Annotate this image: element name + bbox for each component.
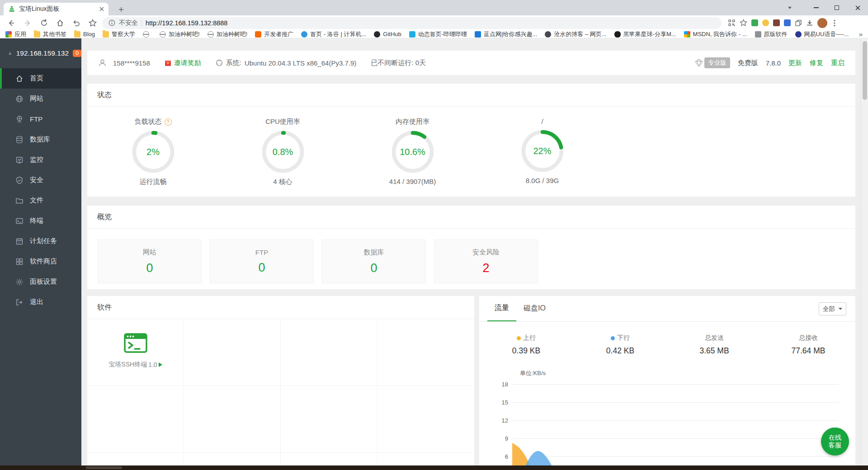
info-icon[interactable] (108, 19, 115, 26)
tab-close-icon[interactable] (99, 7, 104, 11)
software-item-ssh-terminal[interactable]: 宝塔SSH终端 1.0 (87, 319, 184, 386)
help-icon[interactable]: ? (165, 118, 172, 126)
bookmark-apps[interactable]: 应用 (5, 30, 26, 38)
bookmark-dev-promo[interactable]: 开发者推广 (255, 30, 293, 38)
update-link[interactable]: 更新 (788, 59, 802, 67)
home-icon (15, 75, 24, 83)
url-field[interactable]: 不安全 http://192.168.159.132:8888 (102, 17, 722, 29)
back-button[interactable] (5, 16, 18, 30)
user-phone[interactable]: 158****9158 (113, 59, 150, 67)
home-button[interactable] (53, 16, 67, 30)
tab-traffic[interactable]: 流量 (487, 296, 516, 321)
bookmark-uu[interactable]: 网易UU语音----... (795, 30, 849, 38)
browser-tab[interactable]: 宝塔Linux面板 (4, 3, 108, 15)
overview-card-security-risk[interactable]: 安全风险 2 (434, 240, 538, 283)
gauge-label: 内存使用率 (396, 118, 429, 126)
downstream-dot-icon (611, 336, 615, 340)
sidebar-item-settings[interactable]: 面板设置 (0, 272, 81, 292)
bookmark-luogu[interactable]: 首页 - 洛谷 | 计算机... (301, 30, 366, 38)
bookmark-tree2[interactable]: 加油种树吧! (208, 30, 248, 38)
play-icon (159, 362, 162, 367)
undo-extension-icon[interactable] (70, 16, 83, 30)
bookmark-other[interactable]: 其他书签 (34, 30, 66, 38)
sidebar-item-ftp[interactable]: FTP (0, 109, 81, 129)
panel-version: 7.8.0 (766, 59, 781, 67)
bookmark-blog[interactable]: Blog (74, 31, 95, 38)
tab-list-caret[interactable] (779, 0, 800, 15)
reload-button[interactable] (37, 16, 51, 30)
logout-icon (15, 298, 24, 306)
sidebar-server-header[interactable]: 192.168.159.132 0 (0, 38, 81, 68)
gauge-value: 0.8% (261, 130, 305, 174)
sidebar-item-security[interactable]: 安全 (0, 170, 81, 190)
profile-avatar[interactable] (817, 18, 827, 28)
new-tab-button[interactable] (116, 4, 127, 15)
tab-capture-icon[interactable] (795, 19, 802, 27)
bookmark-cangshui[interactable]: 沧水的博客 – 网页... (545, 30, 606, 38)
invite-reward-link[interactable]: 邀请奖励 (174, 59, 201, 67)
horizontal-scroll-thumb[interactable] (86, 466, 122, 469)
status-section: 状态 负载状态? 2% 运行流畅 CPU使用率 0.8% 4 核心 内存使用率 (87, 84, 855, 197)
scrollbar-thumb[interactable] (863, 41, 867, 100)
globe-icon (143, 31, 149, 38)
bookmark-tree1[interactable]: 加油种树吧! (160, 30, 200, 38)
sidebar-item-logout[interactable]: 退出 (0, 292, 81, 312)
bookmark-landian[interactable]: 蓝点网|给你感兴趣... (475, 30, 537, 38)
apple-icon (614, 31, 621, 38)
software-empty-cell (87, 453, 184, 465)
taskbar-edge (0, 465, 868, 470)
restart-link[interactable]: 重启 (831, 59, 844, 67)
forward-button[interactable] (21, 16, 34, 30)
overview-card-ftp[interactable]: FTP 0 (210, 240, 314, 283)
sidebar-item-database[interactable]: 数据库 (0, 129, 81, 150)
bookmark-software[interactable]: 原版软件 (755, 30, 788, 38)
sidebar-item-terminal[interactable]: 终端 (0, 211, 81, 231)
software-empty-cell (377, 319, 474, 386)
yellow-extension-icon[interactable] (762, 19, 769, 26)
monitor-icon (15, 156, 24, 164)
sidebar-item-cron[interactable]: 计划任务 (0, 231, 81, 251)
bookmark-bilibili[interactable]: 动态首页-哔哩哔哩 (409, 30, 467, 38)
tab-disk-io[interactable]: 磁盘IO (516, 296, 553, 321)
star-extension-icon[interactable] (740, 19, 747, 27)
bookmark-github[interactable]: GitHub (374, 31, 401, 38)
browser-tab-strip: 宝塔Linux面板 (0, 0, 868, 15)
gauge-sub: 4 核心 (273, 178, 292, 186)
window-close-button[interactable] (847, 0, 868, 15)
download-icon[interactable] (806, 19, 813, 27)
software-empty-cell (377, 453, 474, 465)
sidebar-item-website[interactable]: 网站 (0, 89, 81, 109)
online-support-button[interactable]: 在线客服 (821, 428, 849, 456)
chevron-down-icon (839, 308, 842, 310)
bookmark-unnamed[interactable] (143, 31, 152, 38)
blue-grid-extension-icon[interactable] (784, 19, 791, 26)
sidebar-item-appstore[interactable]: 软件商店 (0, 251, 81, 272)
window-minimize-button[interactable] (806, 0, 826, 15)
bookmark-star-button[interactable] (86, 16, 99, 30)
sidebar-item-home[interactable]: 首页 (0, 68, 81, 89)
status-title: 状态 (87, 84, 855, 107)
qr-extension-icon[interactable] (728, 19, 736, 27)
os-icon (216, 59, 223, 66)
sidebar-item-files[interactable]: 文件 (0, 190, 81, 211)
network-filter-select[interactable]: 全部 (819, 302, 846, 315)
pro-version-badge[interactable]: 专业版 (704, 57, 730, 68)
overview-card-database[interactable]: 数据库 0 (322, 240, 426, 283)
bookmark-hackintosh[interactable]: 黑苹果星球-分享M... (614, 30, 676, 38)
bookmark-msdn[interactable]: MSDN, 我告诉你 - ... (684, 30, 747, 38)
gauge-label: CPU使用率 (265, 118, 300, 126)
window-maximize-button[interactable] (826, 0, 847, 15)
shield-check-icon (15, 176, 24, 184)
overview-section: 概览 网站 0 FTP 0 数据库 0 安全风险 2 (87, 206, 855, 289)
bookmarks-bar: 应用 其他书签 Blog 警察大学 加油种树吧! 加油种树吧! 开发者推广 首页… (0, 30, 868, 38)
sidebar-item-monitor[interactable]: 监控 (0, 150, 81, 170)
repair-link[interactable]: 修复 (810, 59, 823, 67)
overview-card-sites[interactable]: 网站 0 (98, 240, 202, 283)
notes-extension-icon[interactable] (751, 19, 758, 26)
github-icon (374, 31, 380, 38)
chrome-menu-icon[interactable] (831, 19, 838, 27)
brown-extension-icon[interactable] (773, 19, 780, 26)
diamond-icon (694, 58, 704, 67)
bookmarks-overflow-chevron[interactable]: » (859, 30, 863, 38)
bookmark-police-univ[interactable]: 警察大学 (103, 30, 135, 38)
